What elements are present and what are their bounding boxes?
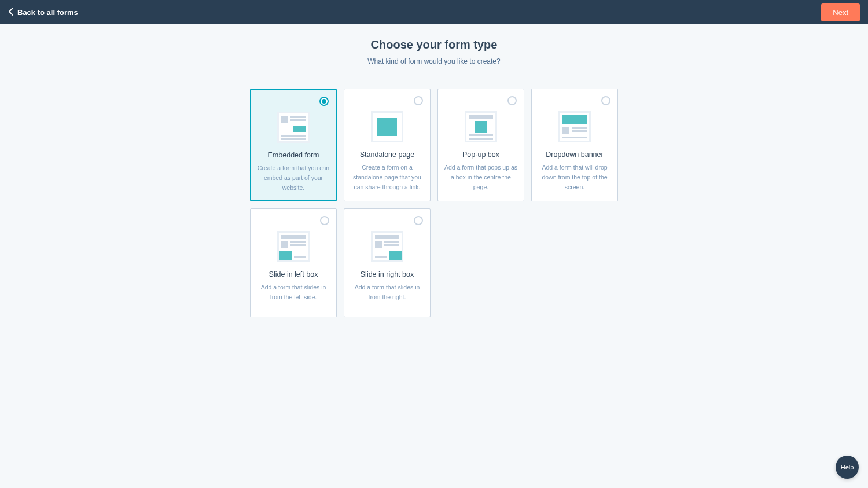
radio-icon (507, 96, 517, 105)
card-desc: Add a form that slides in from the left … (255, 282, 332, 302)
page-title: Choose your form type (12, 38, 856, 52)
radio-icon (601, 96, 610, 105)
card-desc: Add a form that pops up as a box in the … (443, 163, 519, 192)
embedded-form-icon (277, 112, 310, 143)
topbar: Back to all forms Next (0, 0, 868, 24)
cards-container: Embedded form Create a form that you can… (12, 89, 856, 317)
card-title: Dropdown banner (546, 151, 603, 159)
dropdown-banner-icon (558, 111, 591, 142)
form-type-card-embedded[interactable]: Embedded form Create a form that you can… (250, 89, 337, 201)
standalone-page-icon (371, 111, 403, 142)
back-to-all-forms-link[interactable]: Back to all forms (8, 8, 78, 17)
radio-icon (319, 97, 329, 106)
card-title: Slide in right box (361, 270, 414, 278)
page-subtitle: What kind of form would you like to crea… (12, 57, 856, 65)
card-desc: Add a form that slides in from the right… (349, 282, 425, 302)
chevron-left-icon (8, 8, 14, 17)
card-desc: Add a form that will drop down from the … (536, 163, 613, 192)
radio-icon (320, 216, 329, 225)
popup-box-icon (465, 111, 497, 142)
form-type-card-dropdown[interactable]: Dropdown banner Add a form that will dro… (531, 89, 618, 201)
cards-grid: Embedded form Create a form that you can… (250, 89, 618, 317)
form-type-card-popup[interactable]: Pop-up box Add a form that pops up as a … (437, 89, 524, 201)
card-title: Slide in left box (269, 270, 318, 278)
card-title: Standalone page (360, 151, 415, 159)
card-title: Pop-up box (462, 151, 499, 159)
radio-icon (414, 96, 423, 105)
form-type-card-standalone[interactable]: Standalone page Create a form on a stand… (344, 89, 431, 201)
slide-right-icon (371, 231, 403, 262)
help-label: Help (841, 464, 854, 471)
help-button[interactable]: Help (836, 456, 859, 479)
radio-icon (414, 216, 423, 225)
form-type-card-slide-left[interactable]: Slide in left box Add a form that slides… (250, 208, 337, 317)
card-desc: Create a form that you can embed as part… (256, 163, 331, 192)
next-button[interactable]: Next (821, 3, 860, 21)
card-title: Embedded form (268, 151, 319, 159)
main-content: Choose your form type What kind of form … (0, 24, 868, 340)
back-link-label: Back to all forms (17, 8, 78, 17)
slide-left-icon (277, 231, 310, 262)
card-desc: Create a form on a standalone page that … (349, 163, 425, 192)
form-type-card-slide-right[interactable]: Slide in right box Add a form that slide… (344, 208, 431, 317)
